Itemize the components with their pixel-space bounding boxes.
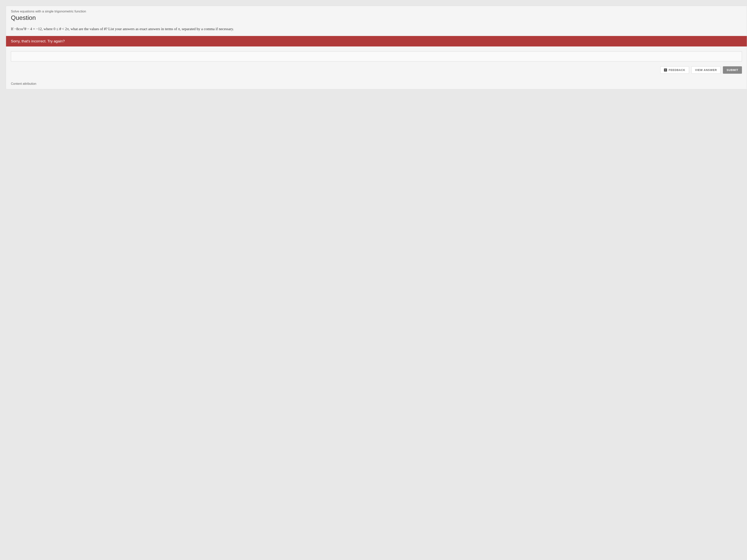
- eq-exponent: 2: [23, 26, 25, 29]
- q-suffix2: ? List your answers as exact answers in …: [106, 27, 178, 31]
- button-row: ! FEEDBACK VIEW ANSWER SUBMIT: [11, 66, 742, 74]
- view-answer-label: VIEW ANSWER: [695, 69, 717, 72]
- answer-input[interactable]: [11, 51, 742, 61]
- pi-2: π: [178, 27, 180, 31]
- feedback-label: FEEDBACK: [669, 69, 685, 72]
- question-prefix: If: [11, 27, 14, 31]
- submit-label: SUBMIT: [727, 69, 738, 72]
- pi-1: π: [67, 27, 69, 31]
- question-text: If −8cos2θ − 4 = −12, where 0 ≤ θ < 2π, …: [6, 26, 747, 36]
- q-suffix1: , what are the values of: [69, 27, 104, 31]
- domain-var: θ: [59, 27, 61, 31]
- feedback-button[interactable]: ! FEEDBACK: [660, 66, 689, 74]
- domain-low: 0 ≤: [53, 27, 59, 31]
- submit-button[interactable]: SUBMIT: [723, 66, 742, 74]
- eq-var: θ: [25, 27, 26, 31]
- feedback-icon: !: [664, 69, 667, 72]
- q-var2: θ: [104, 27, 106, 31]
- view-answer-button[interactable]: VIEW ANSWER: [691, 66, 721, 74]
- where-text: , where: [42, 27, 54, 31]
- topic-label: Solve equations with a single trigonomet…: [11, 9, 742, 14]
- error-banner: Sorry, that's incorrect. Try again?: [6, 36, 747, 47]
- eq-lhs: −8cos: [14, 27, 23, 31]
- q-suffix3: , separated by a comma if necessary.: [180, 27, 234, 31]
- header-section: Solve equations with a single trigonomet…: [6, 6, 747, 26]
- question-heading: Question: [11, 14, 742, 21]
- answer-section: ! FEEDBACK VIEW ANSWER SUBMIT: [6, 47, 747, 79]
- eq-rest: − 4 = −12: [26, 27, 42, 31]
- domain-high: < 2: [61, 27, 67, 31]
- question-card: Solve equations with a single trigonomet…: [6, 6, 747, 89]
- content-attribution[interactable]: Content attribution: [6, 79, 747, 89]
